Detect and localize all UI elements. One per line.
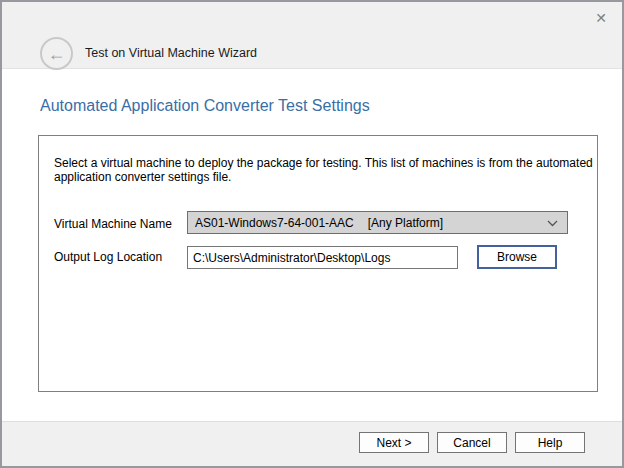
wizard-title: Test on Virtual Machine Wizard — [85, 46, 257, 60]
help-button[interactable]: Help — [515, 432, 585, 453]
description-text: Select a virtual machine to deploy the p… — [54, 157, 593, 184]
chevron-down-icon — [547, 220, 558, 227]
back-button[interactable]: ← — [40, 37, 73, 70]
cancel-button[interactable]: Cancel — [437, 432, 507, 453]
settings-groupbox: Select a virtual machine to deploy the p… — [38, 135, 598, 392]
browse-button[interactable]: Browse — [477, 245, 557, 269]
footer-bar: Next > Cancel Help — [2, 421, 622, 466]
next-button[interactable]: Next > — [359, 432, 429, 453]
virtual-machine-platform: [Any Platform] — [368, 216, 443, 230]
page-title: Automated Application Converter Test Set… — [40, 97, 370, 115]
close-icon[interactable]: ✕ — [588, 6, 614, 30]
title-bar: ✕ ← Test on Virtual Machine Wizard — [2, 2, 622, 69]
virtual-machine-value: AS01-Windows7-64-001-AAC — [195, 216, 354, 230]
output-log-location-label: Output Log Location — [54, 250, 162, 264]
description-line: Select a virtual machine to deploy the p… — [54, 157, 593, 171]
output-log-location-input[interactable] — [187, 246, 458, 269]
wizard-window: ✕ ← Test on Virtual Machine Wizard Autom… — [0, 0, 624, 468]
virtual-machine-dropdown[interactable]: AS01-Windows7-64-001-AAC [Any Platform] — [187, 211, 568, 234]
back-arrow-icon: ← — [48, 45, 66, 63]
virtual-machine-name-label: Virtual Machine Name — [54, 217, 172, 231]
description-line: application converter settings file. — [54, 171, 593, 185]
